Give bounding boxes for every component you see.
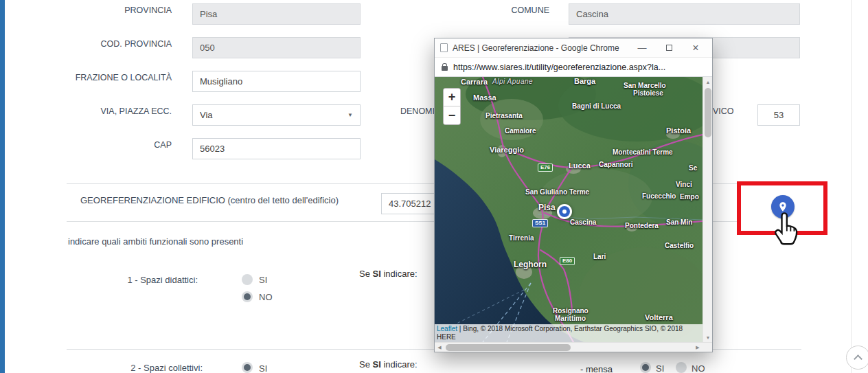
maximize-button[interactable] (658, 43, 680, 53)
scroll-top-button[interactable] (846, 346, 868, 370)
popup-title-bar[interactable]: ARES | Georeferenziazione - Google Chrom… (435, 38, 712, 58)
map-label: San Marcello (624, 82, 666, 89)
scroll-right-icon[interactable]: ▶ (693, 343, 703, 352)
frazione-label: FRAZIONE O LOCALITÀ (62, 73, 172, 82)
popup-vertical-scrollbar[interactable]: ▲ ▼ (703, 77, 712, 342)
mensa-radio-no[interactable] (676, 362, 687, 373)
georef-label: GEOREFERENZIAZIONE EDIFICIO (centro del … (80, 195, 339, 205)
map-label: Massa (473, 93, 496, 102)
hint-bold: SI (373, 269, 381, 279)
cap-input[interactable]: 56023 (192, 138, 361, 159)
map-label: Pietrasanta (486, 112, 523, 120)
map-label: Barga (574, 77, 595, 85)
zoom-in-button[interactable]: + (444, 89, 460, 106)
map-canvas[interactable]: CarraraAlpi ApuaneBargaSan MarcelloPisto… (435, 77, 703, 342)
popup-url-bar[interactable]: https://www.siares.it/utility/georeferen… (435, 58, 712, 77)
ambiti-note: indicare quali ambiti funzionali sono pr… (68, 236, 243, 247)
q2-option-si: SI (259, 363, 267, 373)
scroll-down-icon[interactable]: ▼ (703, 332, 713, 342)
map-label: Alpi Apuane (492, 78, 533, 85)
cod-provincia-label: COD. PROVINCIA (62, 39, 172, 49)
comune-label: COMUNE (446, 5, 549, 15)
map-label: Vinci (676, 181, 692, 188)
cap-label: CAP (62, 140, 172, 150)
via-value: Via (200, 110, 213, 120)
zoom-out-button[interactable]: − (444, 106, 460, 124)
map-label: Viareggio (490, 146, 524, 154)
scroll-up-icon[interactable]: ▲ (703, 77, 713, 87)
georef-lat-value: 43.705212 (389, 199, 431, 209)
close-button[interactable]: × (685, 42, 707, 54)
page-right-rail (851, 0, 868, 373)
map-label: Se (689, 164, 697, 172)
via-select[interactable]: Via ▼ (192, 104, 361, 126)
q1-radio-si[interactable] (242, 274, 253, 285)
provincia-label: PROVINCIA (62, 5, 172, 15)
q1-radio-no[interactable] (242, 291, 253, 302)
hint-bold: SI (373, 359, 381, 370)
minimize-button[interactable]: — (631, 43, 653, 53)
map-label: Capannori (599, 161, 632, 168)
chevron-down-icon: ▼ (347, 112, 353, 118)
q2-radio-si[interactable] (242, 362, 253, 373)
chevron-up-icon (854, 354, 863, 363)
map-label: Rosignano (553, 307, 589, 315)
q1-hint: Se SI indicare: (359, 269, 418, 279)
scroll-left-icon[interactable]: ◀ (435, 343, 444, 352)
q1-label: 1 - Spazi didattici: (82, 275, 198, 285)
attribution-text: | Bing, © 2018 Microsoft Corporation, Ea… (437, 325, 683, 341)
provincia-input[interactable]: Pisa (192, 3, 361, 25)
maximize-icon (666, 45, 672, 51)
popup-horizontal-scrollbar[interactable]: ◀ ▶ (435, 342, 712, 352)
map-label: Montecatini Terme (613, 148, 673, 156)
hint-pre: Se (359, 359, 373, 370)
q1-option-si: SI (259, 275, 267, 285)
leaflet-link[interactable]: Leaflet (437, 325, 457, 332)
q1-option-no: NO (259, 292, 273, 302)
map-label: Lucca (569, 161, 591, 170)
page-left-accent (0, 0, 5, 373)
comune-input[interactable]: Cascina (569, 3, 800, 25)
road-shield: E80 (560, 257, 575, 265)
q2-label: 2 - Spazi collettivi: (82, 363, 203, 373)
screen: PROVINCIA Pisa COMUNE Cascina COD. PROVI… (0, 0, 868, 373)
road-shield: E76 (538, 163, 553, 172)
hint-pre: Se (359, 269, 373, 279)
map-label: Pistoiese (633, 89, 663, 97)
map-label: Marittimo (555, 315, 586, 322)
map-marker[interactable] (557, 204, 572, 219)
map-label: Camaiore (505, 127, 536, 135)
popup-title: ARES | Georeferenziazione - Google Chrom… (453, 43, 626, 53)
hint-post: indicare: (381, 269, 418, 279)
map-label: Pisa (538, 203, 556, 212)
lock-icon (442, 66, 448, 71)
popup-url: https://www.siares.it/utility/georeferen… (453, 63, 665, 72)
map-label: Carrara (461, 78, 488, 86)
map-label: Volterra (645, 313, 673, 321)
frazione-value: Musigliano (200, 76, 242, 87)
road-shield: SS1 (532, 219, 548, 227)
via-label: VIA, PIAZZA ECC. (62, 106, 172, 116)
mensa-label: - mensa (580, 364, 613, 373)
map-label: San Min (666, 218, 692, 226)
vertical-scroll-thumb[interactable] (705, 88, 711, 137)
map-label: Lari (593, 253, 606, 260)
horizontal-scroll-thumb[interactable] (446, 344, 571, 351)
map-label: Bagni di Lucca (572, 102, 621, 110)
chrome-popup-window: ARES | Georeferenziazione - Google Chrom… (434, 38, 713, 352)
cod-provincia-value: 050 (200, 43, 215, 53)
zoom-control: + − (443, 88, 461, 125)
frazione-input[interactable]: Musigliano (192, 71, 361, 92)
mensa-radio-si[interactable] (640, 362, 651, 373)
popup-body: CarraraAlpi ApuaneBargaSan MarcelloPisto… (435, 77, 712, 352)
map-label: Empo (680, 193, 699, 201)
map-label: Castelfio (665, 242, 694, 249)
map-label: Fucecchio (642, 192, 676, 200)
provincia-value: Pisa (200, 9, 217, 19)
civico-input[interactable]: 53 (757, 104, 800, 126)
mensa-option-no: NO (692, 363, 705, 373)
map-label: Tirrenia (509, 234, 534, 242)
cod-provincia-input[interactable]: 050 (192, 37, 361, 58)
hand-cursor-icon (770, 210, 801, 246)
mensa-option-si: SI (656, 363, 664, 373)
